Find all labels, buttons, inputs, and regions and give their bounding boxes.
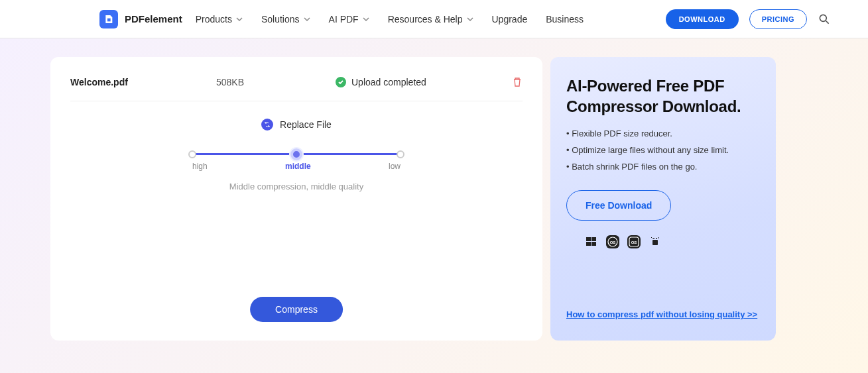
nav-label: Upgrade bbox=[492, 14, 528, 25]
logo-icon bbox=[99, 10, 118, 28]
svg-rect-2 bbox=[586, 237, 591, 241]
brand-text: PDFelement bbox=[125, 13, 182, 25]
compression-slider: high middle low Middle compression, midd… bbox=[192, 153, 401, 191]
replace-label: Replace File bbox=[280, 119, 332, 130]
slider-middle[interactable] bbox=[290, 148, 302, 160]
nav-label: Solutions bbox=[261, 14, 300, 25]
chevron-down-icon bbox=[304, 16, 310, 23]
feature-list: Flexible PDF size reducer. Optimize larg… bbox=[566, 129, 760, 172]
slider-track bbox=[192, 153, 401, 155]
svg-point-11 bbox=[653, 238, 654, 239]
file-status: Upload completed bbox=[336, 77, 512, 87]
status-text: Upload completed bbox=[351, 77, 426, 87]
feature-item: Flexible PDF size reducer. bbox=[566, 129, 760, 138]
svg-text:OS: OS bbox=[610, 240, 616, 244]
svg-text:OS: OS bbox=[631, 240, 637, 244]
replace-file[interactable]: Replace File bbox=[70, 119, 523, 131]
feature-item: Optimize large files without any size li… bbox=[566, 145, 760, 155]
nav-label: AI PDF bbox=[329, 14, 359, 25]
windows-icon bbox=[585, 235, 598, 248]
nav-products[interactable]: Products bbox=[196, 14, 243, 25]
nav-label: Resources & Help bbox=[388, 14, 463, 25]
slider-low[interactable] bbox=[397, 150, 404, 158]
label-middle: middle bbox=[285, 162, 311, 171]
label-high: high bbox=[192, 162, 208, 171]
svg-rect-3 bbox=[591, 237, 596, 241]
slider-labels: high middle low bbox=[192, 162, 401, 171]
svg-point-1 bbox=[820, 15, 826, 21]
delete-icon[interactable] bbox=[512, 77, 523, 87]
nav-resources[interactable]: Resources & Help bbox=[388, 14, 473, 25]
chevron-down-icon bbox=[236, 16, 243, 23]
nav-label: Products bbox=[196, 14, 232, 25]
main-container: Welcome.pdf 508KB Upload completed Repla… bbox=[0, 38, 868, 341]
free-download-button[interactable]: Free Download bbox=[566, 190, 671, 221]
svg-rect-0 bbox=[107, 18, 111, 21]
slider-desc: Middle compression, middle quality bbox=[192, 182, 401, 191]
howto-link[interactable]: How to compress pdf without losing quali… bbox=[566, 309, 757, 319]
replace-icon bbox=[261, 119, 273, 131]
nav: Products Solutions AI PDF Resources & He… bbox=[196, 14, 584, 25]
download-button[interactable]: DOWNLOAD bbox=[666, 9, 739, 29]
slider-high[interactable] bbox=[188, 150, 196, 158]
nav-business[interactable]: Business bbox=[546, 14, 584, 25]
compress-panel: Welcome.pdf 508KB Upload completed Repla… bbox=[50, 57, 542, 341]
search-icon[interactable] bbox=[818, 13, 831, 26]
sidebar-title: AI-Powered Free PDF Compressor Download. bbox=[566, 76, 760, 117]
nav-upgrade[interactable]: Upgrade bbox=[492, 14, 528, 25]
check-icon bbox=[336, 77, 346, 87]
label-low: low bbox=[389, 162, 401, 171]
chevron-down-icon bbox=[363, 16, 369, 23]
svg-point-12 bbox=[656, 238, 657, 239]
header: PDFelement Products Solutions AI PDF Res… bbox=[0, 0, 868, 38]
nav-aipdf[interactable]: AI PDF bbox=[329, 14, 369, 25]
svg-rect-10 bbox=[652, 240, 658, 245]
compress-button[interactable]: Compress bbox=[250, 297, 343, 322]
pricing-button[interactable]: PRICING bbox=[749, 9, 807, 29]
file-row: Welcome.pdf 508KB Upload completed bbox=[70, 77, 523, 101]
macos-icon: OS bbox=[606, 235, 619, 248]
svg-rect-5 bbox=[591, 242, 596, 246]
os-icons: OS OS bbox=[585, 235, 760, 248]
nav-right: DOWNLOAD PRICING bbox=[666, 9, 831, 29]
file-size: 508KB bbox=[216, 77, 336, 87]
file-name: Welcome.pdf bbox=[70, 77, 216, 87]
logo[interactable]: PDFelement bbox=[99, 10, 182, 28]
chevron-down-icon bbox=[467, 16, 473, 23]
sidebar-panel: AI-Powered Free PDF Compressor Download.… bbox=[550, 57, 776, 341]
nav-label: Business bbox=[546, 14, 584, 25]
ios-icon: OS bbox=[627, 235, 641, 248]
android-icon bbox=[649, 235, 662, 248]
svg-rect-4 bbox=[586, 242, 591, 246]
nav-solutions[interactable]: Solutions bbox=[261, 14, 310, 25]
feature-item: Batch shrink PDF files on the go. bbox=[566, 162, 760, 172]
